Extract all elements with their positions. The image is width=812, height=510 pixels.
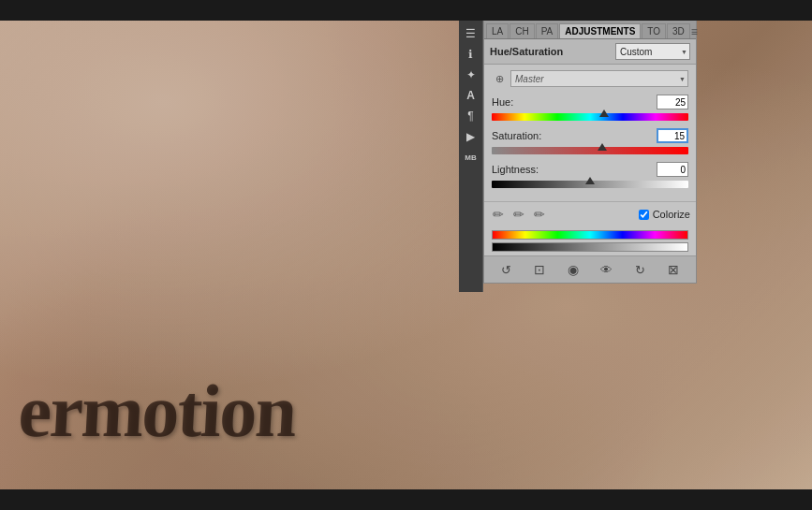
channel-selector-icon: ⊕ [492,71,507,86]
hue-value-input[interactable] [657,95,688,109]
preset-dropdown-wrapper: Custom Default Cyanotype Sepia Old Style [615,43,690,60]
adjustments-panel: LA CH PA ADJUSTMENTS TO 3D ≡ Hue/Saturat… [483,21,697,284]
eye-icon[interactable]: ◉ [564,260,583,279]
canvas-text: ermotion [17,369,298,454]
saturation-slider-thumb[interactable] [598,143,607,151]
hue-color-bar [492,230,688,240]
tab-to[interactable]: TO [642,23,666,38]
eyedropper2-button[interactable]: ✏ [510,206,527,223]
sun-icon[interactable]: ✦ [462,66,480,84]
play-icon[interactable]: ▶ [462,127,480,146]
clip-icon[interactable]: ⊡ [530,260,549,279]
lightness-value-input[interactable] [657,162,688,177]
left-tool-panel: ☰ ℹ ✦ A ¶ ▶ MB [459,21,483,292]
colorize-label: Colorize [653,209,690,220]
mb-icon[interactable]: MB [462,148,480,167]
panel-title: Hue/Saturation [490,46,612,57]
lightness-slider-row: Lightness: [492,162,688,190]
tab-ch[interactable]: CH [509,23,534,38]
reset-icon[interactable]: ↺ [497,260,516,279]
saturation-slider-row: Saturation: [492,128,688,156]
bottom-status-bar [0,489,812,510]
hue-slider-track-container[interactable] [492,111,688,123]
bottom-tools-row: ✏ ✏ ✏ Colorize [484,201,696,226]
eyedropper1-button[interactable]: ✏ [490,206,507,223]
layers-icon[interactable]: ☰ [462,24,480,43]
saturation-slider-track-container[interactable] [492,145,688,156]
channel-select[interactable]: Master Reds Yellows Greens Cyans Blues M… [510,70,688,87]
panel-content: ⊕ Master Reds Yellows Greens Cyans Blues… [484,65,696,201]
hue-slider-row: Hue: [492,95,688,123]
saturation-label-row: Saturation: [492,128,688,143]
lightness-slider-thumb[interactable] [585,177,595,184]
color-gradient-section [484,226,696,255]
saturation-slider-track [492,147,688,154]
tab-adjustments[interactable]: ADJUSTMENTS [559,23,641,38]
panel-header: Hue/Saturation Custom Default Cyanotype … [484,39,696,65]
colorize-checkbox[interactable] [639,210,649,220]
lightness-label-row: Lightness: [492,162,688,177]
hue-label-row: Hue: [492,95,688,109]
lightness-label: Lightness: [492,164,539,175]
panel-tabs-bar: LA CH PA ADJUSTMENTS TO 3D ≡ [484,21,696,39]
info-icon[interactable]: ℹ [462,45,480,64]
colorize-row: Colorize [639,209,690,220]
grey-gradient-bar [492,242,688,252]
preset-dropdown[interactable]: Custom Default Cyanotype Sepia Old Style [615,43,690,60]
view-icon[interactable]: 👁 [598,260,616,279]
top-menu-bar [0,0,812,21]
eyedropper3-button[interactable]: ✏ [531,206,548,223]
tab-la[interactable]: LA [486,23,509,38]
tab-pa[interactable]: PA [536,23,559,38]
trash-icon[interactable]: ⊠ [664,260,683,279]
tab-3d[interactable]: 3D [667,23,690,38]
saturation-value-input[interactable] [657,128,688,143]
saturation-label: Saturation: [492,130,541,141]
channel-select-wrapper: Master Reds Yellows Greens Cyans Blues M… [510,70,688,87]
paragraph-icon[interactable]: ¶ [462,107,480,125]
hue-slider-thumb[interactable] [599,109,609,117]
channel-row: ⊕ Master Reds Yellows Greens Cyans Blues… [492,70,688,87]
rotate-icon[interactable]: ↻ [630,260,649,279]
text-icon[interactable]: A [462,86,480,105]
hue-label: Hue: [492,96,513,108]
panel-menu-icon[interactable]: ≡ [691,25,698,38]
lightness-slider-track-container[interactable] [492,179,688,190]
panel-footer: ↺ ⊡ ◉ 👁 ↻ ⊠ [484,255,696,283]
hue-slider-track [492,113,688,121]
